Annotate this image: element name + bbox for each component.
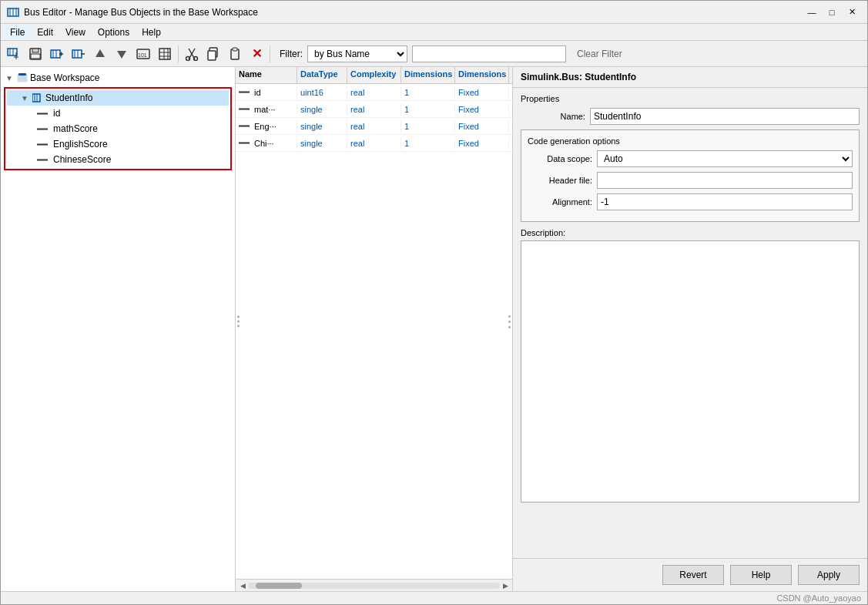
remove-signal-button[interactable] xyxy=(69,44,89,64)
table-row[interactable]: id uint16 real 1 Fixed xyxy=(236,84,512,101)
filter-select[interactable]: by Bus Name xyxy=(307,45,407,62)
table-row[interactable]: Eng··· single real 1 Fixed xyxy=(236,118,512,135)
cell-dimsmode-4: Fixed xyxy=(455,137,509,150)
field-id-row[interactable]: id xyxy=(7,106,229,121)
menu-help[interactable]: Help xyxy=(136,25,167,39)
cell-type-2: single xyxy=(297,103,347,116)
bus-icon xyxy=(32,92,44,104)
save-button[interactable] xyxy=(25,44,45,64)
scroll-track[interactable] xyxy=(248,583,500,589)
cell-type-1: uint16 xyxy=(297,86,347,99)
menu-options[interactable]: Options xyxy=(92,25,136,39)
header-file-input[interactable] xyxy=(597,172,853,189)
field-chinese-row[interactable]: ChineseScore xyxy=(7,152,229,167)
col-header-name: Name xyxy=(236,67,297,83)
table-row[interactable]: mat··· single real 1 Fixed xyxy=(236,101,512,118)
cut-button[interactable] xyxy=(182,44,202,64)
grid-button[interactable] xyxy=(155,44,175,64)
cell-dims-3: 1 xyxy=(401,120,455,133)
clear-filter-button[interactable]: Clear Filter xyxy=(571,45,628,62)
workspace-icon xyxy=(16,72,28,84)
selected-bus-box: ▼ StudentInfo xyxy=(4,87,232,170)
app-icon xyxy=(7,6,19,18)
name-prop-input[interactable] xyxy=(590,108,860,125)
svg-rect-11 xyxy=(31,54,40,59)
menu-edit[interactable]: Edit xyxy=(31,25,59,39)
main-window: Bus Editor - Manage Bus Objects in the B… xyxy=(0,0,868,605)
menu-view[interactable]: View xyxy=(59,25,92,39)
delete-button[interactable]: ✕ xyxy=(246,44,266,64)
data-scope-select[interactable]: Auto Exported Imported xyxy=(597,150,853,167)
field-icon xyxy=(36,107,49,119)
title-bar-left: Bus Editor - Manage Bus Objects in the B… xyxy=(7,6,258,18)
properties-content: Properties Name: Code generation options… xyxy=(513,88,867,558)
paste-button[interactable] xyxy=(225,44,245,64)
table-scrollbar: ◀ ▶ xyxy=(236,579,512,591)
row2-name: mat··· xyxy=(254,105,276,114)
cell-dimsmode-1: Fixed xyxy=(455,86,509,99)
copy-button[interactable] xyxy=(203,44,223,64)
field-math-label: mathScore xyxy=(50,123,98,134)
field-english-label: EnglishScore xyxy=(50,139,108,150)
right-footer: Revert Help Apply xyxy=(513,558,867,591)
move-up-button[interactable] xyxy=(90,44,110,64)
field-id-label: id xyxy=(50,108,60,119)
col-header-dims: Dimensions xyxy=(401,67,455,83)
description-label: Description: xyxy=(521,228,860,237)
add-signal-button[interactable] xyxy=(47,44,67,64)
cell-name-4: Chi··· xyxy=(236,137,297,150)
display-button[interactable]: 101 xyxy=(133,44,153,64)
bus-row[interactable]: ▼ StudentInfo xyxy=(7,90,229,106)
workspace-row[interactable]: ▼ Base Workspace xyxy=(1,70,235,86)
row1-name: id xyxy=(254,88,261,97)
window-controls: — □ ✕ xyxy=(803,5,861,20)
help-button[interactable]: Help xyxy=(730,565,792,585)
menu-file[interactable]: File xyxy=(4,25,31,39)
maximize-button[interactable]: □ xyxy=(823,5,841,20)
code-gen-box: Code generation options Data scope: Auto… xyxy=(521,129,860,222)
cell-dimsmode-2: Fixed xyxy=(455,103,509,116)
col-header-dimsmode: Dimensions xyxy=(455,67,509,83)
new-bus-button[interactable] xyxy=(4,44,24,64)
alignment-input[interactable] xyxy=(597,193,853,210)
workspace-toggle[interactable]: ▼ xyxy=(4,72,15,83)
bus-toggle[interactable]: ▼ xyxy=(19,92,30,103)
cell-complex-1: real xyxy=(347,86,401,99)
field-english-row[interactable]: EnglishScore xyxy=(7,136,229,152)
svg-rect-4 xyxy=(8,49,17,55)
filter-input[interactable] xyxy=(412,45,566,62)
scroll-thumb[interactable] xyxy=(256,583,302,589)
close-button[interactable]: ✕ xyxy=(843,5,861,20)
table-row[interactable]: Chi··· single real 1 Fixed xyxy=(236,135,512,152)
cell-dims-1: 1 xyxy=(401,86,455,99)
cell-name-2: mat··· xyxy=(236,103,297,116)
field-math-row[interactable]: mathScore xyxy=(7,121,229,136)
name-prop-row: Name: xyxy=(521,108,860,125)
svg-rect-40 xyxy=(32,94,40,102)
description-textarea[interactable] xyxy=(521,240,860,502)
right-resize-handle[interactable] xyxy=(506,67,512,576)
right-panel: Simulink.Bus: StudentInfo Properties Nam… xyxy=(513,67,867,591)
watermark: CSDN @Auto_yaoyao xyxy=(1,591,867,604)
scroll-left-arrow[interactable]: ◀ xyxy=(237,580,248,591)
left-resize-handle[interactable] xyxy=(236,67,240,576)
move-down-button[interactable] xyxy=(112,44,132,64)
svg-text:101: 101 xyxy=(138,52,147,58)
svg-rect-12 xyxy=(51,50,60,58)
table-header: Name DataType Complexity Dimensions Dime… xyxy=(236,67,512,84)
apply-button[interactable]: Apply xyxy=(798,565,860,585)
svg-marker-22 xyxy=(117,51,126,59)
bus-label: StudentInfo xyxy=(45,92,92,103)
row3-name: Eng··· xyxy=(254,122,276,131)
minimize-button[interactable]: — xyxy=(803,5,821,20)
toolbar-separator-1 xyxy=(178,45,179,62)
properties-section-title: Properties xyxy=(521,94,860,103)
cell-complex-2: real xyxy=(347,103,401,116)
cell-dims-4: 1 xyxy=(401,137,455,150)
svg-marker-21 xyxy=(96,49,105,57)
cell-type-4: single xyxy=(297,137,347,150)
name-prop-label: Name: xyxy=(521,112,590,121)
revert-button[interactable]: Revert xyxy=(662,565,724,585)
svg-rect-17 xyxy=(72,50,82,58)
scroll-right-arrow[interactable]: ▶ xyxy=(500,580,511,591)
